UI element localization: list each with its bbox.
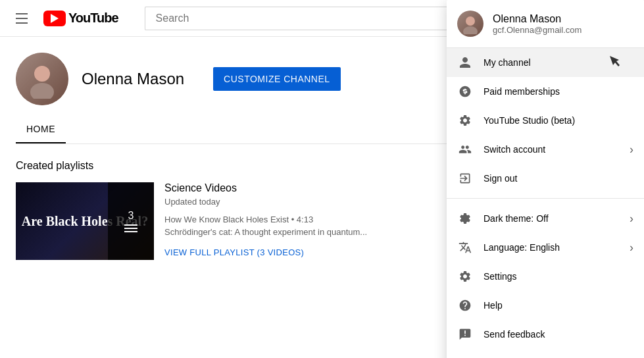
youtube-logo[interactable]: YouTube [43, 11, 118, 26]
translate-icon [457, 240, 473, 255]
menu-item-my-channel[interactable]: My channel [447, 48, 644, 77]
switch-account-arrow: › [630, 143, 633, 157]
dropdown-user-email: gcf.Olenna@gmail.com [493, 25, 582, 35]
paid-memberships-label: Paid memberships [483, 86, 633, 97]
menu-item-dark-theme[interactable]: Dark theme: Off › [447, 204, 644, 233]
customize-channel-button[interactable]: CUSTOMIZE CHANNEL [213, 67, 340, 91]
menu-item-language[interactable]: Language: English › [447, 233, 644, 262]
switch-account-icon [457, 141, 473, 157]
tab-home[interactable]: HOME [16, 116, 66, 143]
playlist-thumbnail[interactable]: Are Black Holes Real? 3 [16, 182, 154, 260]
help-label: Help [483, 300, 633, 311]
menu-item-sign-out[interactable]: Sign out [447, 164, 644, 193]
dark-theme-label: Dark theme: Off [483, 213, 619, 224]
playlist-overlay: 3 [108, 182, 154, 260]
playlist-lines-icon [124, 224, 137, 232]
person-icon [457, 55, 473, 70]
svg-point-4 [466, 16, 475, 26]
youtube-icon [43, 11, 66, 26]
dollar-icon [457, 84, 473, 99]
dark-theme-arrow: › [630, 212, 633, 226]
signout-icon [457, 170, 473, 186]
playlist-count: 3 [128, 210, 134, 222]
profile-avatar [16, 53, 68, 105]
menu-item-help[interactable]: Help [447, 291, 644, 320]
menu-item-settings[interactable]: Settings [447, 262, 644, 291]
svg-point-3 [30, 83, 54, 99]
dropdown-avatar [457, 11, 483, 37]
avatar-image [16, 53, 68, 105]
settings-icon [457, 268, 473, 284]
menu-item-keyboard-shortcuts[interactable]: Keyboard shortcuts [447, 349, 644, 358]
menu-item-send-feedback[interactable]: Send feedback [447, 320, 644, 349]
profile-name: Olenna Mason [82, 70, 184, 88]
youtube-studio-label: YouTube Studio (beta) [483, 115, 633, 126]
avatar-svg [22, 59, 62, 99]
menu-item-youtube-studio[interactable]: YouTube Studio (beta) [447, 106, 644, 135]
language-label: Language: English [483, 242, 619, 253]
search-input[interactable] [145, 7, 482, 30]
switch-account-label: Switch account [483, 144, 619, 155]
send-feedback-label: Send feedback [483, 329, 633, 340]
youtube-text: YouTube [68, 11, 118, 26]
sign-out-label: Sign out [483, 173, 633, 184]
header-left: YouTube [11, 8, 118, 29]
dropdown-user-info: Olenna Mason gcf.Olenna@gmail.com [447, 0, 644, 48]
cursor-icon [610, 56, 620, 69]
settings-label: Settings [483, 271, 633, 282]
feedback-icon [457, 326, 473, 342]
moon-icon [457, 211, 473, 226]
svg-point-5 [463, 26, 478, 34]
help-icon [457, 297, 473, 313]
dropdown-user-text: Olenna Mason gcf.Olenna@gmail.com [493, 13, 582, 35]
hamburger-menu[interactable] [11, 8, 33, 29]
view-playlist-button[interactable]: VIEW FULL PLAYLIST (3 VIDEOS) [164, 247, 304, 257]
gear-icon [457, 113, 473, 128]
menu-item-switch-account[interactable]: Switch account › [447, 135, 644, 164]
menu-divider-1 [447, 198, 644, 199]
language-arrow: › [630, 241, 633, 255]
dropdown-user-name: Olenna Mason [493, 13, 582, 25]
svg-point-2 [34, 66, 50, 82]
dropdown-menu: Olenna Mason gcf.Olenna@gmail.com My cha… [447, 0, 644, 358]
menu-item-paid-memberships[interactable]: Paid memberships [447, 77, 644, 106]
dropdown-avatar-svg [460, 13, 481, 34]
keyboard-icon [457, 355, 473, 358]
